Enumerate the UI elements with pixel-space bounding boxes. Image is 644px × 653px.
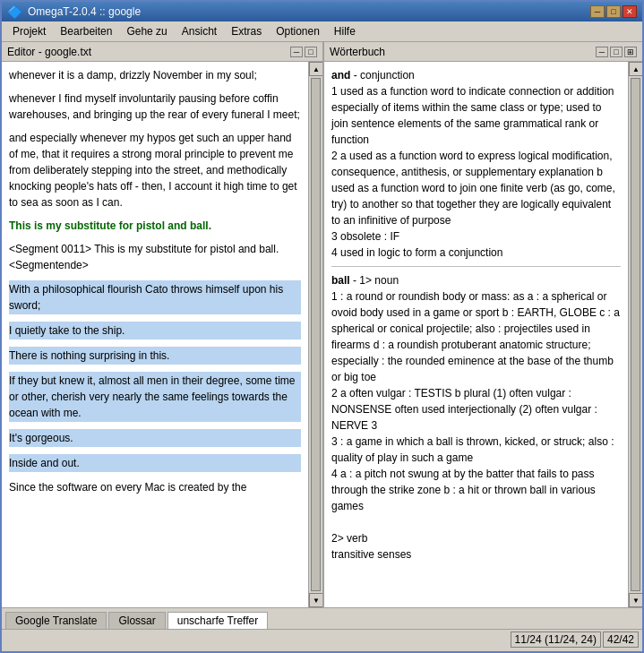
- dict-pos-ball-2: 2> verb: [331, 532, 367, 545]
- dict-divider: [331, 266, 621, 267]
- editor-content[interactable]: whenever it is a damp, drizzly November …: [2, 62, 308, 607]
- editor-panel: Editor - google.txt ─ □ whenever it is a…: [2, 42, 324, 607]
- dict-pos-ball: - 1> noun: [353, 274, 399, 287]
- window: 🔷 OmegaT-2.0.4 :: google ─ □ ✕ Projekt B…: [0, 0, 644, 653]
- paragraph-6: I quietly take to the ship.: [9, 322, 301, 339]
- window-controls: ─ □ ✕: [590, 5, 637, 18]
- editor-maximize-btn[interactable]: □: [305, 47, 317, 57]
- tab-google-translate[interactable]: Google Translate: [5, 612, 107, 629]
- window-title: OmegaT-2.0.4 :: google: [28, 5, 141, 18]
- dict-entry-ball: ball - 1> noun 1 : a round or roundish b…: [331, 272, 621, 563]
- dict-def-ball-4: 4 a : a pitch not swung at by the batter…: [331, 468, 596, 512]
- menu-optionen[interactable]: Optionen: [269, 23, 327, 39]
- tab-unscharfe-treffer[interactable]: unscharfe Treffer: [167, 612, 269, 630]
- dict-panel-controls: ─ □ ⊞: [596, 47, 637, 57]
- dict-scroll-thumb[interactable]: [631, 78, 640, 591]
- dict-def-ball-1: 1 : a round or roundish body or mass: as…: [331, 290, 620, 383]
- main-container: Editor - google.txt ─ □ whenever it is a…: [2, 42, 642, 607]
- paragraph-10: Inside and out.: [9, 454, 301, 472]
- tab-bar: Google Translate Glossar unscharfe Treff…: [2, 607, 642, 629]
- menu-extras[interactable]: Extras: [224, 23, 269, 39]
- dict-maximize-btn[interactable]: □: [610, 47, 623, 57]
- dict-def-ball-3: 3 : a game in which a ball is thrown, ki…: [331, 435, 614, 464]
- dict-panel: Wörterbuch ─ □ ⊞ and - conjunction 1 use…: [324, 42, 642, 607]
- dict-def-ball-v1: transitive senses: [331, 548, 411, 561]
- dict-word-and: and: [331, 69, 350, 82]
- menu-projekt[interactable]: Projekt: [5, 23, 53, 39]
- paragraph-5: With a philosophical flourish Cato throw…: [9, 280, 301, 314]
- close-button[interactable]: ✕: [623, 5, 637, 18]
- dict-restore-btn[interactable]: ⊞: [624, 47, 637, 57]
- dict-def-and-2: 2 a used as a function word to express l…: [331, 150, 615, 227]
- paragraph-11: Since the software on every Mac is creat…: [9, 479, 301, 495]
- editor-title: Editor - google.txt: [7, 46, 91, 58]
- paragraph-4b: <Segment 0011> This is my substitute for…: [9, 241, 301, 273]
- paragraph-3: and especially whenever my hypos get suc…: [9, 130, 301, 211]
- paragraph-9: It's gorgeous.: [9, 429, 301, 447]
- dict-minimize-btn[interactable]: ─: [596, 47, 608, 57]
- menu-gehe-zu[interactable]: Gehe zu: [119, 23, 174, 39]
- paragraph-4a: This is my substitute for pistol and bal…: [9, 218, 301, 234]
- menu-ansicht[interactable]: Ansicht: [175, 23, 224, 39]
- tab-glossar[interactable]: Glossar: [108, 612, 165, 629]
- paragraph-7: There is nothing surprising in this.: [9, 347, 301, 365]
- dict-header: Wörterbuch ─ □ ⊞: [324, 42, 642, 62]
- dict-scroll-up[interactable]: ▲: [629, 62, 642, 76]
- editor-scroll-down[interactable]: ▼: [309, 593, 322, 607]
- title-bar: 🔷 OmegaT-2.0.4 :: google ─ □ ✕: [2, 2, 642, 21]
- editor-minimize-btn[interactable]: ─: [290, 47, 303, 57]
- dict-def-and-4: 4 used in logic to form a conjunction: [331, 246, 502, 259]
- dict-scroll-down[interactable]: ▼: [629, 593, 642, 607]
- dict-content[interactable]: and - conjunction 1 used as a function w…: [324, 62, 628, 607]
- paragraph-1: whenever it is a damp, drizzly November …: [9, 67, 301, 83]
- editor-scroll-thumb[interactable]: [311, 78, 321, 591]
- menu-bearbeiten[interactable]: Bearbeiten: [53, 23, 119, 39]
- dict-word-ball: ball: [331, 274, 350, 287]
- minimize-button[interactable]: ─: [590, 5, 605, 18]
- editor-scroll-up[interactable]: ▲: [309, 62, 322, 76]
- dict-pos-and: - conjunction: [354, 69, 415, 82]
- status-position: 11/24 (11/24, 24): [511, 632, 601, 648]
- dict-entry-and: and - conjunction 1 used as a function w…: [331, 67, 621, 261]
- status-bar: 11/24 (11/24, 24) 42/42: [2, 629, 642, 649]
- app-icon: 🔷: [7, 4, 22, 19]
- status-total: 42/42: [603, 632, 639, 648]
- editor-panel-controls: ─ □: [290, 47, 317, 57]
- dict-scrollbar[interactable]: ▲ ▼: [628, 62, 642, 607]
- menu-bar: Projekt Bearbeiten Gehe zu Ansicht Extra…: [2, 21, 642, 42]
- menu-hilfe[interactable]: Hilfe: [327, 23, 363, 39]
- dict-def-ball-2: 2 a often vulgar : TESTIS b plural (1) o…: [331, 387, 597, 432]
- dict-title: Wörterbuch: [330, 46, 385, 58]
- dict-def-and-1: 1 used as a function word to indicate co…: [331, 85, 614, 146]
- maximize-button[interactable]: □: [606, 5, 621, 18]
- editor-scrollbar[interactable]: ▲ ▼: [308, 62, 322, 607]
- dict-def-and-3: 3 obsolete : IF: [331, 230, 399, 243]
- paragraph-8: If they but knew it, almost all men in t…: [9, 372, 301, 422]
- editor-header: Editor - google.txt ─ □: [2, 42, 322, 62]
- paragraph-2: whenever I find myself involuntarily pau…: [9, 90, 301, 123]
